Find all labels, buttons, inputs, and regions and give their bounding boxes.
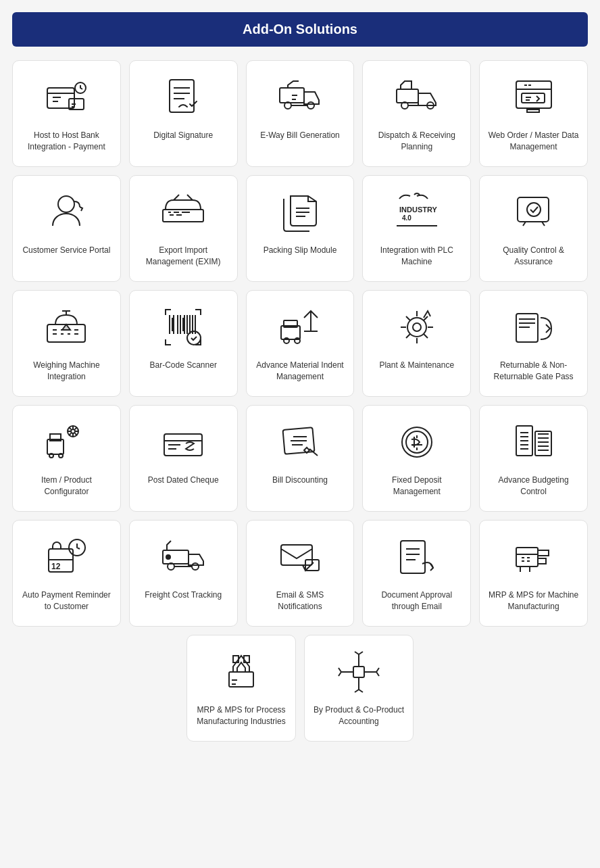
svg-point-32 — [71, 429, 75, 433]
post-cheque-icon — [159, 418, 207, 466]
digital-signature-icon — [159, 73, 207, 122]
svg-point-24 — [407, 318, 426, 337]
card-mrp-process[interactable]: MRP & MPS for Process Manufacturing Indu… — [186, 635, 296, 742]
mrp-machine-icon — [509, 533, 558, 581]
product-config-icon — [42, 418, 91, 466]
card-label-digital-signature: Digital Signature — [153, 130, 213, 141]
card-exim[interactable]: Export Import Management (EXIM) — [129, 175, 238, 282]
plc-machine-icon: INDUSTRY 4.0 — [393, 188, 441, 237]
bill-discounting-icon — [276, 418, 324, 466]
email-sms-icon — [276, 533, 324, 581]
svg-rect-53 — [353, 667, 364, 677]
card-label-byproduct: By Product & Co-Product Accounting — [311, 704, 406, 727]
card-barcode-scanner[interactable]: Bar-Code Scanner — [129, 290, 238, 397]
svg-point-45 — [166, 555, 170, 559]
doc-approval-icon — [393, 533, 441, 581]
card-digital-signature[interactable]: Digital Signature — [129, 60, 238, 167]
card-label-fixed-deposit: Fixed Deposit Management — [370, 475, 464, 498]
svg-rect-48 — [401, 541, 425, 573]
card-label-plc-machine: Integration with PLC Machine — [370, 245, 464, 268]
card-email-sms[interactable]: Email & SMS Notifications — [246, 520, 355, 627]
eway-bill-icon — [276, 73, 324, 122]
card-fixed-deposit[interactable]: Fixed Deposit Management — [362, 405, 471, 512]
card-dispatch-truck[interactable]: Dispatch & Receiving Planning — [362, 60, 471, 167]
svg-text:INDUSTRY: INDUSTRY — [399, 206, 437, 214]
weighing-machine-icon — [42, 303, 91, 352]
card-payment-reminder[interactable]: 12 Auto Payment Reminder to Customer — [12, 520, 121, 627]
budgeting-icon — [509, 418, 558, 466]
svg-rect-16 — [518, 197, 549, 222]
svg-point-19 — [187, 331, 201, 345]
svg-point-29 — [49, 454, 53, 458]
card-label-freight-tracking: Freight Cost Tracking — [145, 589, 222, 601]
svg-point-12 — [58, 196, 74, 212]
card-weighing-machine[interactable]: Weighing Machine Integration — [12, 290, 121, 397]
card-customer-service[interactable]: Customer Service Portal — [12, 175, 121, 282]
mrp-process-icon — [217, 648, 266, 696]
card-plc-machine[interactable]: INDUSTRY 4.0 Integration with PLC Machin… — [362, 175, 471, 282]
card-plant-maintenance[interactable]: Plant & Maintenance — [362, 290, 471, 397]
svg-rect-37 — [535, 431, 551, 456]
card-post-cheque[interactable]: Post Dated Cheque — [129, 405, 238, 512]
svg-point-44 — [192, 563, 199, 570]
byproduct-icon — [334, 648, 383, 696]
svg-rect-11 — [522, 93, 545, 103]
quality-control-icon — [509, 188, 558, 237]
barcode-scanner-icon — [159, 303, 207, 352]
plant-maintenance-icon — [393, 303, 441, 352]
card-eway-bill[interactable]: E-Way Bill Generation — [246, 60, 355, 167]
exim-icon — [159, 188, 207, 237]
card-doc-approval[interactable]: Document Approval through Email — [362, 520, 471, 627]
card-material-indent[interactable]: Advance Material Indent Management — [246, 290, 355, 397]
grid-row-2: Weighing Machine Integration Bar-Code Sc… — [12, 290, 588, 397]
card-budgeting[interactable]: Advance Budgeting Control — [479, 405, 588, 512]
svg-point-6 — [307, 102, 314, 109]
card-gate-pass[interactable]: Returnable & Non-Returnable Gate Pass — [479, 290, 588, 397]
svg-text:12: 12 — [51, 562, 61, 571]
material-indent-icon — [276, 303, 324, 352]
fixed-deposit-icon — [393, 418, 441, 466]
svg-point-30 — [59, 454, 63, 458]
svg-rect-13 — [163, 210, 203, 222]
bank-payment-icon — [42, 73, 91, 122]
card-label-budgeting: Advance Budgeting Control — [486, 475, 580, 498]
card-label-customer-service: Customer Service Portal — [22, 245, 110, 256]
svg-point-17 — [527, 203, 541, 216]
card-label-plant-maintenance: Plant & Maintenance — [379, 360, 454, 371]
svg-rect-27 — [47, 439, 64, 454]
card-freight-tracking[interactable]: Freight Cost Tracking — [129, 520, 238, 627]
card-label-mrp-process: MRP & MPS for Process Manufacturing Indu… — [194, 704, 289, 727]
card-label-weighing-machine: Weighing Machine Integration — [20, 360, 114, 383]
card-label-email-sms: Email & SMS Notifications — [253, 589, 347, 612]
card-quality-control[interactable]: Quality Control & Assurance — [479, 175, 588, 282]
card-label-gate-pass: Returnable & Non-Returnable Gate Pass — [486, 360, 580, 383]
packing-slip-icon — [276, 188, 324, 237]
card-label-exim: Export Import Management (EXIM) — [136, 245, 230, 268]
grid-row-0: Host to Host Bank Integration - Payment … — [12, 60, 588, 167]
card-product-config[interactable]: Item / Product Configurator — [12, 405, 121, 512]
grid-row-5: MRP & MPS for Process Manufacturing Indu… — [12, 635, 588, 742]
payment-reminder-icon: 12 — [42, 533, 91, 581]
card-label-eway-bill: E-Way Bill Generation — [260, 130, 340, 141]
grid-row-3: Item / Product Configurator Post Dated C… — [12, 405, 588, 512]
card-label-packing-slip: Packing Slip Module — [264, 245, 337, 256]
card-label-quality-control: Quality Control & Assurance — [486, 245, 580, 268]
card-label-dispatch-truck: Dispatch & Receiving Planning — [370, 130, 464, 153]
card-packing-slip[interactable]: Packing Slip Module — [246, 175, 355, 282]
grid-container: Host to Host Bank Integration - Payment … — [0, 53, 600, 754]
card-byproduct[interactable]: By Product & Co-Product Accounting — [304, 635, 414, 742]
card-label-material-indent: Advance Material Indent Management — [253, 360, 347, 383]
card-label-bill-discounting: Bill Discounting — [272, 475, 328, 486]
card-label-doc-approval: Document Approval through Email — [370, 589, 464, 612]
grid-row-4: 12 Auto Payment Reminder to Customer Fre… — [12, 520, 588, 627]
card-mrp-machine[interactable]: MRP & MPS for Machine Manufacturing — [479, 520, 588, 627]
web-order-icon — [509, 73, 558, 122]
card-label-post-cheque: Post Dated Cheque — [148, 475, 219, 486]
card-bill-discounting[interactable]: Bill Discounting — [246, 405, 355, 512]
card-label-payment-reminder: Auto Payment Reminder to Customer — [20, 589, 114, 612]
card-bank-payment[interactable]: Host to Host Bank Integration - Payment — [12, 60, 121, 167]
grid-row-1: Customer Service Portal Export Import Ma… — [12, 175, 588, 282]
customer-service-icon — [42, 188, 91, 237]
card-web-order[interactable]: Web Order / Master Data Management — [479, 60, 588, 167]
card-label-mrp-machine: MRP & MPS for Machine Manufacturing — [486, 589, 580, 612]
